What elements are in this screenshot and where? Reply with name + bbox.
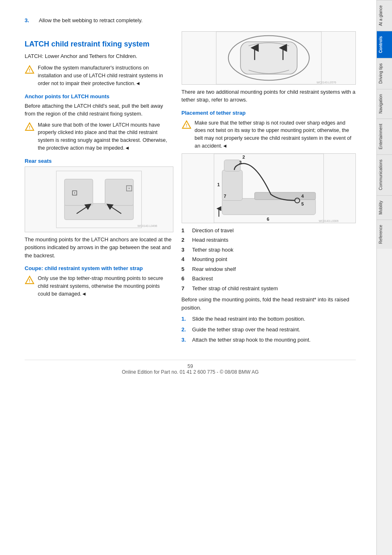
svg-text:!: !: [29, 278, 30, 283]
top-view-caption: There are two additional mounting points…: [182, 88, 356, 104]
step-number: 3.: [25, 17, 29, 23]
list-item-1: 1 Direction of travel: [182, 227, 356, 235]
item-num-4: 4: [182, 255, 190, 264]
top-view-image: WC0143.L0576: [182, 31, 356, 85]
coupe-title: Coupe: child restraint system with tethe…: [25, 265, 173, 271]
sidebar-tab-at-a-glance[interactable]: At a glance: [377, 0, 392, 31]
page-number: 59: [187, 363, 193, 369]
sidebar-tab-reference[interactable]: Reference: [377, 220, 392, 249]
warning-text-3: Only use the top tether-strap mounting p…: [38, 275, 173, 298]
svg-text:2: 2: [242, 154, 245, 159]
tether-diagram: 1 2 3 4 5 7 6 WC0: [182, 154, 355, 223]
svg-text:WC0143.L0306: WC0143.L0306: [318, 220, 338, 222]
svg-text:7: 7: [224, 193, 226, 198]
item-text-6: Backrest: [192, 275, 356, 283]
svg-rect-17: [240, 42, 297, 74]
svg-rect-6: [65, 179, 93, 205]
item-num-1: 1: [182, 227, 190, 235]
item-num-5: 5: [182, 265, 190, 273]
before-steps-text: Before using the mounting points, fold t…: [182, 296, 356, 312]
warning-block-placement: ! Make sure that the tether strap is not…: [182, 119, 356, 150]
svg-text:!: !: [29, 68, 30, 73]
list-item-7: 7 Tether strap of child restraint system: [182, 284, 356, 293]
step-item-3: 3. Attach the tether strap hook to the m…: [182, 336, 356, 344]
item-text-7: Tether strap of child restraint system: [192, 284, 356, 293]
svg-text:1: 1: [217, 182, 219, 187]
svg-text:⊡: ⊡: [71, 189, 78, 197]
sidebar: At a glance Controls Driving tips Naviga…: [376, 0, 392, 555]
warning-icon-3: !: [25, 275, 35, 285]
warning-block-2: ! Make sure that both of the lower LATCH…: [25, 121, 173, 152]
step-item-2: 2. Guide the tether strap over the head …: [182, 326, 356, 334]
svg-text:⊡: ⊡: [125, 183, 133, 193]
svg-rect-5: [65, 204, 134, 220]
copyright-text: Online Edition for Part no. 01 41 2 600 …: [122, 369, 258, 375]
anchor-points-title: Anchor points for LATCH mounts: [25, 93, 173, 99]
warning-block-1: ! Follow the system manufacturer's instr…: [25, 64, 173, 87]
item-text-3: Tether strap hook: [192, 246, 356, 254]
step-text-3: Attach the tether strap hook to the moun…: [192, 336, 311, 344]
list-item-3: 3 Tether strap hook: [182, 246, 356, 254]
svg-text:!: !: [29, 125, 30, 130]
warning-icon-1: !: [25, 65, 35, 75]
warning-block-3: ! Only use the top tether-strap mounting…: [25, 275, 173, 298]
steps-list: 1. Slide the head restraint into the bot…: [182, 315, 356, 344]
item-num-3: 3: [182, 246, 190, 254]
rear-seats-image: ⊡ ⊡ WC0143.L0496: [25, 166, 173, 232]
step-text-1: Slide the head restraint into the bottom…: [192, 315, 305, 323]
svg-text:6: 6: [267, 217, 269, 222]
item-num-7: 7: [182, 284, 190, 293]
svg-text:WC0143.L0496: WC0143.L0496: [138, 224, 157, 227]
rear-seats-title: Rear seats: [25, 158, 173, 164]
sidebar-tab-mobility[interactable]: Mobility: [377, 195, 392, 220]
section-title: LATCH child restraint fixing system: [25, 39, 173, 49]
numbered-list: 1 Direction of travel 2 Head restraints …: [182, 227, 356, 293]
warning-text-1: Follow the system manufacturer's instruc…: [38, 64, 173, 87]
svg-text:!: !: [186, 123, 187, 128]
step-num-3: 3.: [182, 336, 191, 344]
warning-text-placement: Make sure that the tether strap is not r…: [195, 119, 356, 150]
warning-text-2: Make sure that both of the lower LATCH m…: [38, 121, 173, 152]
item-text-2: Head restraints: [192, 236, 356, 244]
sidebar-tab-driving-tips[interactable]: Driving tips: [377, 58, 392, 88]
list-item-5: 5 Rear window shelf: [182, 265, 356, 273]
step-num-2: 2.: [182, 326, 191, 334]
sidebar-tab-communications[interactable]: Communications: [377, 154, 392, 195]
warning-icon-2: !: [25, 122, 35, 132]
top-view-diagram: WC0143.L0576: [182, 32, 355, 84]
section-intro: LATCH: Lower Anchor and Tethers for Chil…: [25, 52, 173, 60]
sidebar-tab-entertainment[interactable]: Entertainment: [377, 118, 392, 154]
footer: 59 Online Edition for Part no. 01 41 2 6…: [25, 360, 356, 375]
item-num-2: 2: [182, 236, 190, 244]
anchor-body: Before attaching the LATCH child's seat,…: [25, 102, 173, 118]
svg-text:5: 5: [301, 201, 304, 206]
item-text-5: Rear window shelf: [192, 265, 356, 273]
step-num-1: 1.: [182, 315, 191, 323]
svg-rect-26: [224, 160, 240, 171]
warning-icon-placement: !: [182, 120, 191, 130]
tether-diagram-image: 1 2 3 4 5 7 6 WC0: [182, 153, 356, 223]
svg-text:4: 4: [301, 193, 304, 198]
right-column: WC0143.L0576 There are two additional mo…: [182, 31, 356, 347]
sidebar-tab-navigation[interactable]: Navigation: [377, 89, 392, 118]
svg-text:3: 3: [239, 160, 242, 164]
sidebar-tab-controls[interactable]: Controls: [377, 31, 392, 58]
step-3: 3. Allow the belt webbing to retract com…: [25, 16, 356, 25]
step-text: Allow the belt webbing to retract comple…: [39, 17, 143, 23]
rear-seats-diagram: ⊡ ⊡ WC0143.L0496: [25, 167, 173, 232]
svg-rect-27: [254, 192, 315, 199]
item-text-4: Mounting point: [192, 255, 356, 264]
placement-title: Placement of tether strap: [182, 110, 356, 116]
list-item-6: 6 Backrest: [182, 275, 356, 283]
rear-seats-caption: The mounting points for the LATCH anchor…: [25, 236, 173, 260]
item-text-1: Direction of travel: [192, 227, 356, 235]
step-text-2: Guide the tether strap over the head res…: [192, 326, 300, 334]
svg-text:WC0143.L0576: WC0143.L0576: [316, 81, 336, 84]
list-item-4: 4 Mounting point: [182, 255, 356, 264]
item-num-6: 6: [182, 275, 190, 283]
left-column: LATCH child restraint fixing system LATC…: [25, 31, 173, 347]
list-item-2: 2 Head restraints: [182, 236, 356, 244]
step-item-1: 1. Slide the head restraint into the bot…: [182, 315, 356, 323]
